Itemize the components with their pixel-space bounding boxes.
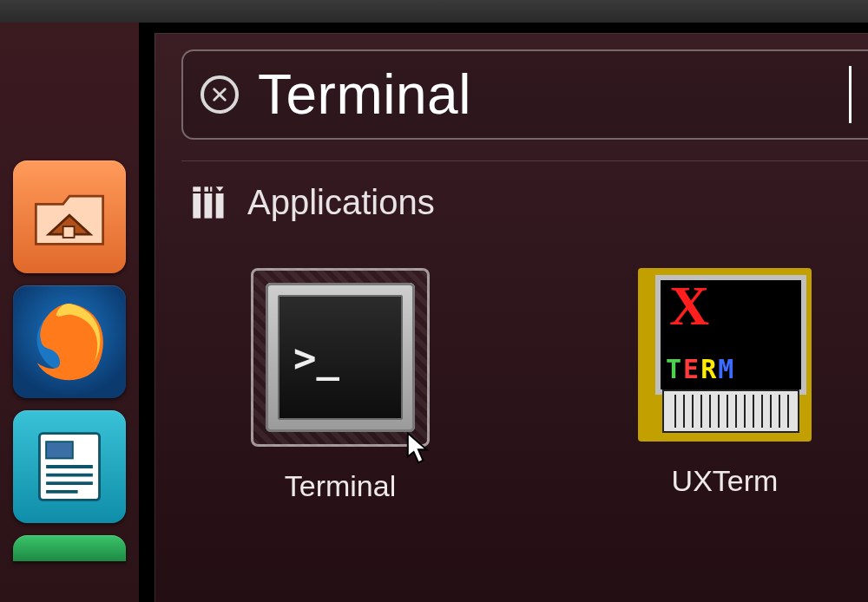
result-label: Terminal <box>285 469 396 503</box>
text-cursor-icon <box>849 66 852 123</box>
result-terminal-tile: >_ <box>251 268 430 447</box>
result-label: UXTerm <box>672 464 779 498</box>
close-icon <box>212 87 227 102</box>
applications-category-icon <box>190 184 228 222</box>
svg-rect-18 <box>205 186 208 192</box>
results-grid: >_ Terminal X TERM UXTerm <box>251 268 812 503</box>
launcher <box>0 23 139 602</box>
writer-document-icon <box>28 425 111 508</box>
launcher-item-files[interactable] <box>13 160 126 273</box>
mouse-pointer-icon <box>406 432 431 465</box>
section-title: Applications <box>247 183 435 222</box>
launcher-item-writer[interactable] <box>13 410 126 523</box>
firefox-icon <box>22 294 117 389</box>
dash-overlay: Terminal Applications >_ <box>155 33 868 602</box>
desktop: Terminal Applications >_ <box>0 0 868 602</box>
home-folder-icon <box>30 177 109 257</box>
section-header: Applications <box>190 183 435 222</box>
result-uxterm[interactable]: X TERM UXTerm <box>638 268 812 503</box>
result-terminal[interactable]: >_ Terminal <box>251 268 430 503</box>
svg-rect-17 <box>193 186 201 192</box>
launcher-item-partial[interactable] <box>13 535 126 561</box>
svg-rect-14 <box>193 193 201 219</box>
svg-rect-15 <box>205 193 213 219</box>
top-panel <box>0 0 868 23</box>
svg-rect-19 <box>210 186 212 192</box>
search-field[interactable]: Terminal <box>181 49 868 140</box>
svg-rect-16 <box>216 193 224 219</box>
launcher-item-firefox[interactable] <box>13 285 126 398</box>
svg-rect-7 <box>46 442 73 458</box>
search-input-text[interactable]: Terminal <box>258 62 847 127</box>
svg-rect-4 <box>63 226 75 238</box>
clear-search-button[interactable] <box>201 75 239 114</box>
divider <box>181 160 868 161</box>
terminal-icon: >_ <box>266 283 415 432</box>
uxterm-icon: X TERM <box>638 268 812 442</box>
